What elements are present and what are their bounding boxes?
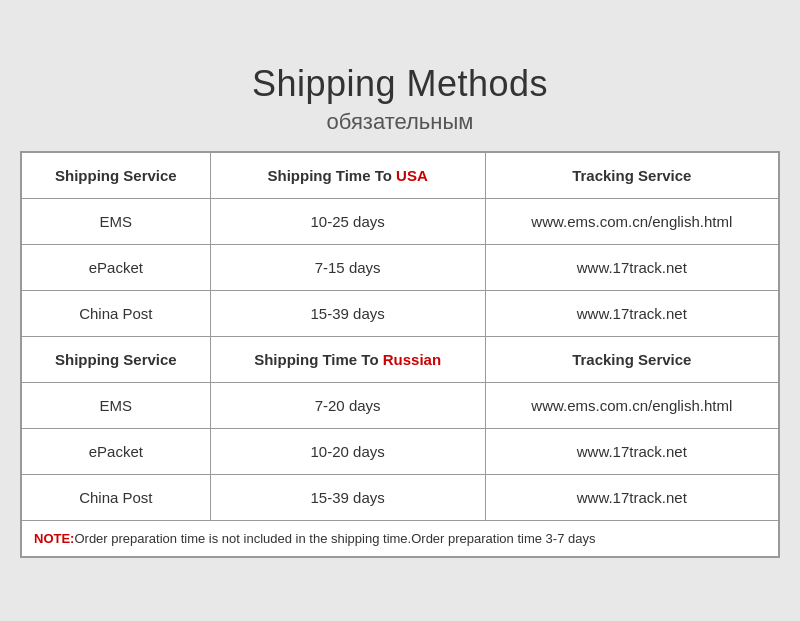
usa-col2-prefix: Shipping Time To [267,167,396,184]
russian-row1-service: EMS [22,383,211,429]
table-row: ePacket 10-20 days www.17track.net [22,429,779,475]
russian-col1-header: Shipping Service [22,337,211,383]
usa-row3-tracking: www.17track.net [485,291,778,337]
table-row: China Post 15-39 days www.17track.net [22,475,779,521]
shipping-table: Shipping Service Shipping Time To USA Tr… [21,152,779,557]
page-wrapper: Shipping Methods обязательным Shipping S… [10,43,790,578]
note-text: Order preparation time is not included i… [74,531,595,546]
sub-title: обязательным [20,109,780,135]
russian-row1-time: 7-20 days [210,383,485,429]
usa-row2-time: 7-15 days [210,245,485,291]
main-title: Shipping Methods [20,63,780,105]
note-cell: NOTE:Order preparation time is not inclu… [22,521,779,557]
usa-col1-header: Shipping Service [22,153,211,199]
table-row: EMS 7-20 days www.ems.com.cn/english.htm… [22,383,779,429]
russian-row3-time: 15-39 days [210,475,485,521]
note-row: NOTE:Order preparation time is not inclu… [22,521,779,557]
table-row: ePacket 7-15 days www.17track.net [22,245,779,291]
note-label: NOTE: [34,531,74,546]
usa-col2-header: Shipping Time To USA [210,153,485,199]
usa-row1-tracking: www.ems.com.cn/english.html [485,199,778,245]
usa-row2-tracking: www.17track.net [485,245,778,291]
russian-col2-header: Shipping Time To Russian [210,337,485,383]
usa-row3-service: China Post [22,291,211,337]
russian-row3-tracking: www.17track.net [485,475,778,521]
table-row: China Post 15-39 days www.17track.net [22,291,779,337]
usa-row1-service: EMS [22,199,211,245]
russian-highlight: Russian [383,351,441,368]
russian-row2-time: 10-20 days [210,429,485,475]
title-section: Shipping Methods обязательным [20,63,780,135]
russian-col2-prefix: Shipping Time To [254,351,383,368]
table-row: EMS 10-25 days www.ems.com.cn/english.ht… [22,199,779,245]
usa-highlight: USA [396,167,428,184]
russian-row2-tracking: www.17track.net [485,429,778,475]
table-container: Shipping Service Shipping Time To USA Tr… [20,151,780,558]
russian-header-row: Shipping Service Shipping Time To Russia… [22,337,779,383]
usa-header-row: Shipping Service Shipping Time To USA Tr… [22,153,779,199]
russian-row1-tracking: www.ems.com.cn/english.html [485,383,778,429]
usa-row3-time: 15-39 days [210,291,485,337]
usa-row2-service: ePacket [22,245,211,291]
usa-col3-header: Tracking Service [485,153,778,199]
russian-row3-service: China Post [22,475,211,521]
russian-row2-service: ePacket [22,429,211,475]
usa-row1-time: 10-25 days [210,199,485,245]
russian-col3-header: Tracking Service [485,337,778,383]
